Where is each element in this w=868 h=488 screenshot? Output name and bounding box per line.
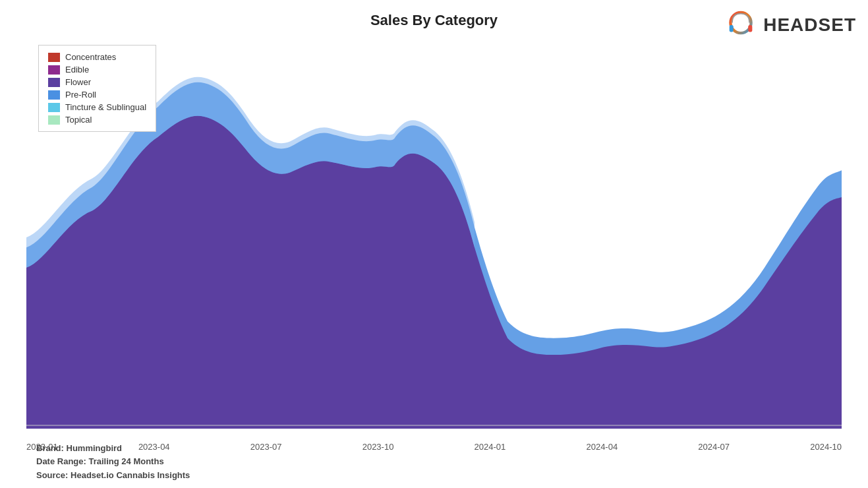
footer-daterange: Date Range: Trailing 24 Months [36,455,190,469]
footer-source: Source: Headset.io Cannabis Insights [36,469,190,483]
svg-rect-1 [730,25,734,32]
x-label-5: 2024-04 [586,442,618,452]
legend-item-edible: Edible [48,65,146,75]
footer-brand: Brand: Hummingbird [36,442,190,456]
legend-item-flower: Flower [48,77,146,87]
headset-logo-icon [724,8,758,42]
svg-point-0 [731,13,751,33]
logo: HEADSET [724,8,856,42]
legend-swatch-flower [48,78,60,87]
footer-daterange-value: Trailing 24 Months [88,456,163,466]
chart-footer: Brand: Hummingbird Date Range: Trailing … [36,442,190,483]
footer-brand-value: Hummingbird [67,443,123,453]
legend-swatch-topical [48,115,60,125]
legend-label-flower: Flower [65,77,91,87]
legend-item-preroll: Pre-Roll [48,90,146,100]
footer-brand-label: Brand: [36,443,64,453]
legend-label-topical: Topical [65,115,92,125]
footer-daterange-label: Date Range: [36,456,86,466]
legend-label-edible: Edible [65,65,89,75]
legend-label-preroll: Pre-Roll [65,90,96,100]
footer-source-value: Headset.io Cannabis Insights [71,470,190,480]
legend-item-concentrates: Concentrates [48,52,146,62]
legend-label-concentrates: Concentrates [65,52,116,62]
svg-rect-2 [748,25,752,32]
x-label-2: 2023-07 [250,442,282,452]
x-label-3: 2023-10 [362,442,394,452]
logo-text: HEADSET [763,15,856,36]
legend-swatch-tincture [48,103,60,112]
legend-swatch-edible [48,65,60,75]
legend-item-topical: Topical [48,115,146,125]
x-label-6: 2024-07 [698,442,730,452]
legend-label-tincture: Tincture & Sublingual [65,102,146,112]
legend-item-tincture: Tincture & Sublingual [48,102,146,112]
legend-swatch-preroll [48,90,60,100]
x-label-7: 2024-10 [810,442,842,452]
footer-source-label: Source: [36,470,68,480]
chart-legend: Concentrates Edible Flower Pre-Roll Tinc… [38,45,156,132]
legend-swatch-concentrates [48,53,60,62]
x-label-4: 2024-01 [475,442,506,452]
